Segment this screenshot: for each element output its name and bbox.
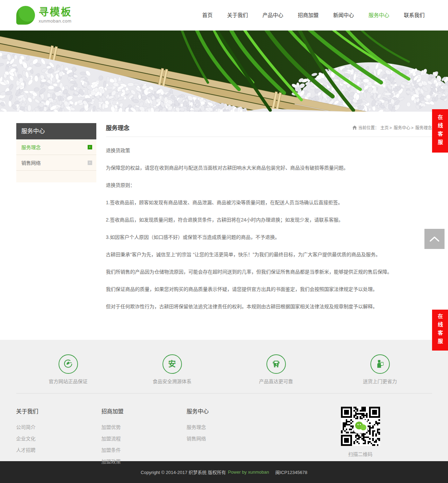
nav-item[interactable]: 产品中心 (255, 0, 290, 31)
footer-link[interactable]: 企业文化 (16, 435, 102, 442)
scroll-to-top-button[interactable] (424, 229, 445, 249)
footer-link[interactable]: 公司简介 (16, 423, 102, 430)
sidebar: 服务中心 服务理念 › 销售网络 › (16, 123, 96, 182)
truck-icon (266, 354, 286, 374)
icp-number: 闽ICP12345678 (275, 469, 307, 475)
online-service-tab[interactable]: 在线客服 (432, 109, 448, 153)
footer-col-title: 关于我们 (16, 407, 102, 415)
article-paragraph: 退换货政策 (106, 147, 432, 154)
delivery-person-icon (370, 354, 390, 374)
footer-col-service: 服务中心 服务理念销售网络 (187, 407, 272, 461)
article-paragraph: 3.如因客户个人原因（如口感不好）或保管不当造成质量问题的商品，不予退换。 (106, 234, 432, 241)
article-paragraph: 1.签收商品前，顾客如发现有商品错发、商品泄漏、商品被污染等质量问题，在配送人员… (106, 199, 432, 206)
power-by-link[interactable]: Power by xunmoban (228, 469, 269, 475)
food-safety-icon: 安 (162, 354, 182, 374)
feature-label: 产品直达更可靠 (224, 378, 328, 385)
qr-label: 扫描二维码 (341, 450, 380, 457)
lower-section: 官方网站正品保证 安 食品安全溯源体系 产品直达更可靠 (0, 340, 448, 461)
sidebar-item[interactable]: 服务理念 › (16, 139, 96, 155)
page-title: 服务理念 (106, 123, 130, 132)
hero-banner (0, 31, 448, 112)
feature-direct-delivery: 产品直达更可靠 (224, 354, 328, 393)
nav-item[interactable]: 联系我们 (396, 0, 432, 31)
article-paragraph: 古耕田秉承“客户为先，诚信至上”的宗旨 “让您的生活更简单，快乐！”为我们的最终… (106, 251, 432, 258)
feature-label: 送货上门更省力 (328, 378, 432, 385)
feature-food-safety: 安 食品安全溯源体系 (120, 354, 224, 393)
breadcrumb: 当前位置： 主页服务中心服务理念 (352, 124, 432, 130)
footer-link[interactable]: 人才招聘 (16, 446, 102, 453)
rice-banner-image (0, 31, 448, 112)
brand-name: 寻模板 (39, 7, 72, 17)
article-paragraph: 我们所销售的产品因为仓储物流原因，可能会存在超时间送到的几率，但我们保证所售商品… (106, 268, 432, 276)
feature-door-delivery: 送货上门更省力 (328, 354, 432, 393)
nav-item[interactable]: 新闻中心 (326, 0, 361, 31)
online-service-tab[interactable]: 在线客服 (432, 310, 448, 351)
footer-link[interactable]: 服务理念 (187, 423, 272, 430)
main-section: 服务中心 服务理念 › 销售网络 › 服务理念 当前位置： 主页服务中心服务理念… (0, 112, 448, 340)
sidebar-title: 服务中心 (16, 123, 96, 139)
breadcrumb-link[interactable]: 服务理念 (410, 124, 432, 130)
breadcrumb-prefix: 当前位置： (358, 124, 379, 130)
footer-col-join: 招商加盟 加盟优势加盟流程加盟条件加盟政策 (102, 407, 187, 461)
chevron-up-icon (429, 236, 440, 242)
chevron-right-icon: › (88, 145, 92, 149)
footer-links: 关于我们 公司简介企业文化人才招聘 招商加盟 加盟优势加盟流程加盟条件加盟政策 … (16, 394, 432, 461)
breadcrumb-link[interactable]: 主页 (380, 124, 389, 130)
footer-col-title: 服务中心 (187, 407, 272, 415)
breadcrumb-link[interactable]: 服务中心 (389, 124, 410, 130)
footer-link[interactable]: 加盟政策 (102, 458, 187, 465)
footer-col-title: 招商加盟 (102, 407, 187, 415)
sidebar-item-label: 销售网络 (21, 159, 41, 166)
footer-link[interactable]: 销售网络 (187, 435, 272, 442)
wechat-qr-code (341, 407, 380, 446)
article-paragraph: 但对于任何欺诈性行为，古耕田将保留依法追究法律责任的权利。本规则由古耕田根据国家… (106, 303, 432, 310)
footer-col-about: 关于我们 公司简介企业文化人才招聘 (16, 407, 102, 461)
feature-authenticity: 官方网站正品保证 (16, 354, 120, 393)
brand-logo[interactable]: 寻模板 xunmoban.com (16, 6, 72, 25)
footer-link[interactable]: 加盟优势 (102, 423, 187, 430)
sidebar-menu: 服务理念 › 销售网络 › (16, 139, 96, 182)
footer-link[interactable]: 加盟条件 (102, 446, 187, 453)
feature-label: 官方网站正品保证 (16, 378, 120, 385)
main-nav: 首页关于我们产品中心招商加盟新闻中心服务中心联系我们 (195, 0, 432, 31)
authenticity-badge-icon (59, 354, 78, 374)
nav-item[interactable]: 服务中心 (361, 0, 396, 31)
article-paragraph: 2.签收商品后，如发现质量问题，符合退换货条件，古耕田将在24小时内办理退换；如… (106, 216, 432, 224)
copyright-text: Copyright © 2014-2017 织梦系统 版权所有 (141, 469, 226, 475)
article-paragraph: 为保障您的权益，请您在收到商品时与配送员当面核对古耕田响水大米商品包装完好、商品… (106, 164, 432, 172)
article-body: 退换货政策为保障您的权益，请您在收到商品时与配送员当面核对古耕田响水大米商品包装… (106, 147, 432, 310)
logo-bubble-icon (16, 6, 35, 25)
feature-label: 食品安全溯源体系 (120, 378, 224, 385)
chevron-right-icon: › (88, 161, 92, 165)
features-row: 官方网站正品保证 安 食品安全溯源体系 产品直达更可靠 (16, 340, 432, 394)
article-paragraph: 我们保证商品的质量，如果您对购买的商品质量表示怀疑，请您提供官方出具的书面鉴定，… (106, 286, 432, 293)
sidebar-item[interactable]: 销售网络 › (16, 155, 96, 171)
content-panel: 服务理念 当前位置： 主页服务中心服务理念 退换货政策为保障您的权益，请您在收到… (106, 123, 432, 310)
header: 寻模板 xunmoban.com 首页关于我们产品中心招商加盟新闻中心服务中心联… (0, 0, 448, 31)
brand-domain: xunmoban.com (39, 18, 72, 24)
sidebar-item-label: 服务理念 (21, 144, 41, 150)
home-icon (352, 126, 357, 130)
nav-item[interactable]: 招商加盟 (290, 0, 326, 31)
nav-item[interactable]: 关于我们 (220, 0, 255, 31)
footer-link[interactable]: 加盟流程 (102, 435, 187, 442)
article-paragraph: 退换货原则： (106, 182, 432, 189)
qr-block: 扫描二维码 (341, 407, 380, 461)
nav-item[interactable]: 首页 (195, 0, 220, 31)
bottom-bar: Copyright © 2014-2017 织梦系统 版权所有 Power by… (0, 461, 448, 483)
